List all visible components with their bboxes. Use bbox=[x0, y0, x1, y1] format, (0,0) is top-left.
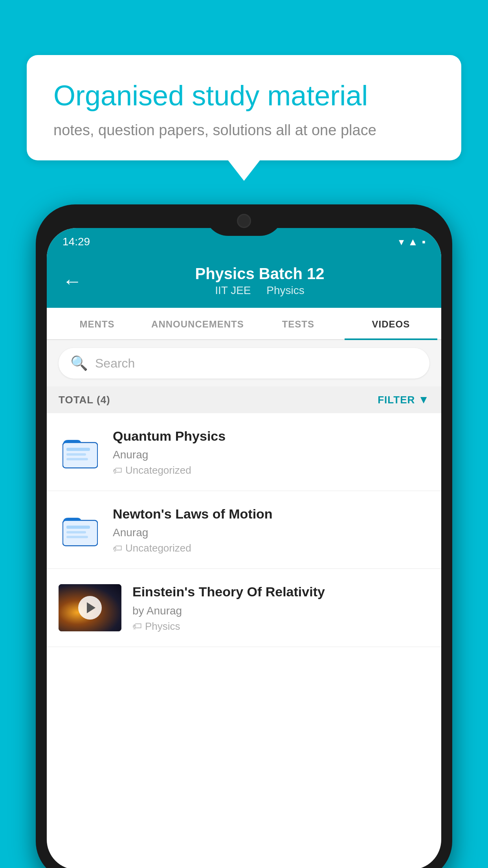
tab-tests[interactable]: TESTS bbox=[252, 308, 345, 339]
folder-icon-container bbox=[59, 508, 102, 552]
folder-icon bbox=[62, 434, 98, 470]
signal-icon: ▲ bbox=[408, 236, 418, 248]
tag-label: Uncategorized bbox=[125, 542, 191, 554]
tab-videos[interactable]: VIDEOS bbox=[345, 308, 437, 339]
list-item[interactable]: Einstein's Theory Of Relativity by Anura… bbox=[47, 569, 441, 647]
header-subtitle-iitjee: IIT JEE bbox=[215, 284, 251, 296]
header-subtitle: IIT JEE Physics bbox=[94, 284, 426, 297]
svg-rect-8 bbox=[66, 531, 86, 533]
phone-frame: 14:29 ▾ ▲ ▪ ← Physics Batch 12 IIT JEE P… bbox=[36, 204, 452, 868]
filter-button[interactable]: FILTER ▼ bbox=[378, 394, 429, 406]
tag-label: Uncategorized bbox=[125, 464, 191, 476]
tag-icon: 🏷 bbox=[132, 621, 142, 632]
tab-announcements[interactable]: ANNOUNCEMENTS bbox=[143, 308, 252, 339]
tab-ments[interactable]: MENTS bbox=[51, 308, 143, 339]
phone-camera bbox=[237, 214, 251, 228]
video-author: by Anurag bbox=[132, 605, 429, 617]
total-count-label: TOTAL (4) bbox=[59, 394, 110, 406]
tab-bar: MENTS ANNOUNCEMENTS TESTS VIDEOS bbox=[47, 308, 441, 340]
video-title: Quantum Physics bbox=[113, 427, 429, 445]
svg-rect-9 bbox=[66, 536, 88, 538]
video-author: Anurag bbox=[113, 449, 429, 461]
video-author: Anurag bbox=[113, 526, 429, 539]
header-title-block: Physics Batch 12 IIT JEE Physics bbox=[94, 265, 426, 297]
status-time: 14:29 bbox=[62, 235, 90, 248]
header-title: Physics Batch 12 bbox=[94, 265, 426, 283]
app-header: ← Physics Batch 12 IIT JEE Physics bbox=[47, 256, 441, 308]
search-container: 🔍 Search bbox=[47, 340, 441, 386]
play-button[interactable] bbox=[78, 596, 102, 620]
tag-icon: 🏷 bbox=[113, 465, 122, 476]
status-icons: ▾ ▲ ▪ bbox=[399, 236, 426, 248]
folder-icon bbox=[62, 512, 98, 548]
video-title: Newton's Laws of Motion bbox=[113, 505, 429, 522]
video-info: Newton's Laws of Motion Anurag 🏷 Uncateg… bbox=[113, 505, 429, 554]
video-info: Quantum Physics Anurag 🏷 Uncategorized bbox=[113, 427, 429, 476]
wifi-icon: ▾ bbox=[399, 236, 404, 248]
video-tag: 🏷 Uncategorized bbox=[113, 542, 429, 554]
video-list: Quantum Physics Anurag 🏷 Uncategorized bbox=[47, 413, 441, 647]
speech-bubble-card: Organised study material notes, question… bbox=[27, 55, 461, 160]
folder-icon-container bbox=[59, 430, 102, 474]
header-subtitle-physics: Physics bbox=[266, 284, 304, 296]
phone-notch bbox=[205, 204, 283, 236]
svg-rect-3 bbox=[66, 453, 86, 456]
video-tag: 🏷 Physics bbox=[132, 620, 429, 633]
video-info: Einstein's Theory Of Relativity by Anura… bbox=[132, 583, 429, 632]
speech-bubble-section: Organised study material notes, question… bbox=[27, 55, 461, 160]
battery-icon: ▪ bbox=[422, 236, 426, 248]
search-icon: 🔍 bbox=[70, 355, 88, 371]
tag-icon: 🏷 bbox=[113, 543, 122, 554]
filter-icon: ▼ bbox=[418, 394, 429, 406]
phone-screen: 14:29 ▾ ▲ ▪ ← Physics Batch 12 IIT JEE P… bbox=[47, 228, 441, 868]
video-tag: 🏷 Uncategorized bbox=[113, 464, 429, 476]
search-bar[interactable]: 🔍 Search bbox=[59, 348, 429, 379]
back-button[interactable]: ← bbox=[62, 271, 82, 291]
list-item[interactable]: Newton's Laws of Motion Anurag 🏷 Uncateg… bbox=[47, 491, 441, 569]
video-thumbnail bbox=[59, 584, 121, 631]
search-placeholder: Search bbox=[95, 356, 135, 371]
list-item[interactable]: Quantum Physics Anurag 🏷 Uncategorized bbox=[47, 413, 441, 491]
svg-rect-4 bbox=[66, 458, 88, 460]
play-triangle-icon bbox=[87, 602, 95, 613]
svg-rect-7 bbox=[66, 526, 90, 529]
bubble-subtitle: notes, question papers, solutions all at… bbox=[53, 122, 435, 139]
bubble-title: Organised study material bbox=[53, 79, 435, 112]
tag-label: Physics bbox=[145, 620, 180, 633]
svg-rect-2 bbox=[66, 448, 90, 451]
filter-label: FILTER bbox=[378, 394, 415, 406]
filter-row: TOTAL (4) FILTER ▼ bbox=[47, 386, 441, 413]
video-title: Einstein's Theory Of Relativity bbox=[132, 583, 429, 600]
